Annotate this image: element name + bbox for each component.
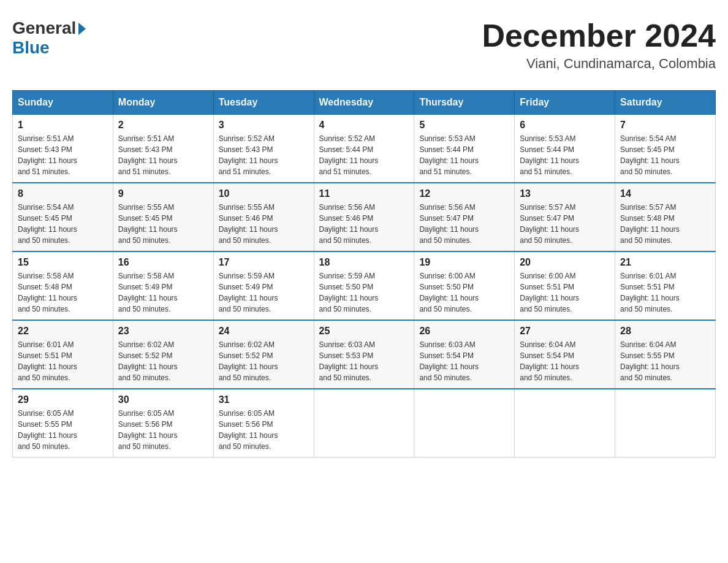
day-info: Sunrise: 5:57 AM Sunset: 5:47 PM Dayligh… [520, 202, 610, 246]
calendar-cell: 2 Sunrise: 5:51 AM Sunset: 5:43 PM Dayli… [113, 115, 213, 183]
location-subtitle: Viani, Cundinamarca, Colombia [482, 56, 716, 72]
day-info: Sunrise: 5:54 AM Sunset: 5:45 PM Dayligh… [18, 202, 108, 246]
day-number: 7 [620, 120, 710, 131]
day-info: Sunrise: 6:05 AM Sunset: 5:56 PM Dayligh… [118, 408, 208, 452]
day-info: Sunrise: 5:58 AM Sunset: 5:48 PM Dayligh… [18, 270, 108, 315]
page-header: General Blue December 2024 Viani, Cundin… [12, 12, 716, 78]
day-info: Sunrise: 6:05 AM Sunset: 5:55 PM Dayligh… [18, 408, 108, 452]
day-info: Sunrise: 5:58 AM Sunset: 5:49 PM Dayligh… [118, 270, 208, 315]
day-number: 12 [419, 188, 509, 199]
day-number: 22 [18, 326, 108, 337]
calendar-table: SundayMondayTuesdayWednesdayThursdayFrid… [12, 90, 716, 458]
calendar-cell: 21 Sunrise: 6:01 AM Sunset: 5:51 PM Dayl… [615, 251, 716, 320]
logo: General Blue [12, 18, 86, 58]
day-number: 21 [620, 257, 710, 268]
day-info: Sunrise: 5:53 AM Sunset: 5:44 PM Dayligh… [520, 133, 610, 177]
calendar-cell: 3 Sunrise: 5:52 AM Sunset: 5:43 PM Dayli… [213, 115, 314, 183]
calendar-cell: 24 Sunrise: 6:02 AM Sunset: 5:52 PM Dayl… [213, 320, 314, 389]
calendar-cell [615, 389, 716, 458]
calendar-cell: 25 Sunrise: 6:03 AM Sunset: 5:53 PM Dayl… [314, 320, 414, 389]
day-info: Sunrise: 5:56 AM Sunset: 5:47 PM Dayligh… [419, 202, 509, 246]
day-info: Sunrise: 5:59 AM Sunset: 5:49 PM Dayligh… [219, 270, 309, 315]
calendar-cell: 8 Sunrise: 5:54 AM Sunset: 5:45 PM Dayli… [13, 183, 113, 251]
day-number: 5 [419, 120, 509, 131]
day-info: Sunrise: 6:05 AM Sunset: 5:56 PM Dayligh… [219, 408, 309, 452]
day-info: Sunrise: 6:03 AM Sunset: 5:53 PM Dayligh… [319, 339, 409, 383]
logo-blue-text: Blue [12, 38, 50, 58]
calendar-cell: 27 Sunrise: 6:04 AM Sunset: 5:54 PM Dayl… [515, 320, 615, 389]
calendar-week-row: 29 Sunrise: 6:05 AM Sunset: 5:55 PM Dayl… [13, 389, 716, 458]
title-section: December 2024 Viani, Cundinamarca, Colom… [482, 18, 716, 72]
day-number: 18 [319, 257, 409, 268]
calendar-cell: 13 Sunrise: 5:57 AM Sunset: 5:47 PM Dayl… [515, 183, 615, 251]
col-header-thursday: Thursday [414, 91, 515, 115]
calendar-cell: 4 Sunrise: 5:52 AM Sunset: 5:44 PM Dayli… [314, 115, 414, 183]
day-number: 31 [219, 394, 309, 405]
calendar-week-row: 15 Sunrise: 5:58 AM Sunset: 5:48 PM Dayl… [13, 251, 716, 320]
day-info: Sunrise: 5:51 AM Sunset: 5:43 PM Dayligh… [118, 133, 208, 177]
calendar-header-row: SundayMondayTuesdayWednesdayThursdayFrid… [13, 91, 716, 115]
col-header-tuesday: Tuesday [213, 91, 314, 115]
day-number: 1 [18, 120, 108, 131]
day-info: Sunrise: 6:00 AM Sunset: 5:51 PM Dayligh… [520, 270, 610, 315]
calendar-cell: 15 Sunrise: 5:58 AM Sunset: 5:48 PM Dayl… [13, 251, 113, 320]
day-number: 6 [520, 120, 610, 131]
day-number: 11 [319, 188, 409, 199]
day-info: Sunrise: 6:02 AM Sunset: 5:52 PM Dayligh… [219, 339, 309, 383]
month-title: December 2024 [482, 18, 716, 53]
day-number: 30 [118, 394, 208, 405]
day-info: Sunrise: 5:53 AM Sunset: 5:44 PM Dayligh… [419, 133, 509, 177]
day-number: 3 [219, 120, 309, 131]
day-info: Sunrise: 5:59 AM Sunset: 5:50 PM Dayligh… [319, 270, 409, 315]
day-info: Sunrise: 6:04 AM Sunset: 5:55 PM Dayligh… [620, 339, 710, 383]
calendar-cell: 14 Sunrise: 5:57 AM Sunset: 5:48 PM Dayl… [615, 183, 716, 251]
day-number: 15 [18, 257, 108, 268]
day-number: 25 [319, 326, 409, 337]
calendar-cell: 7 Sunrise: 5:54 AM Sunset: 5:45 PM Dayli… [615, 115, 716, 183]
calendar-cell: 10 Sunrise: 5:55 AM Sunset: 5:46 PM Dayl… [213, 183, 314, 251]
calendar-cell: 28 Sunrise: 6:04 AM Sunset: 5:55 PM Dayl… [615, 320, 716, 389]
calendar-cell: 23 Sunrise: 6:02 AM Sunset: 5:52 PM Dayl… [113, 320, 213, 389]
calendar-week-row: 22 Sunrise: 6:01 AM Sunset: 5:51 PM Dayl… [13, 320, 716, 389]
day-number: 24 [219, 326, 309, 337]
col-header-sunday: Sunday [13, 91, 113, 115]
day-number: 26 [419, 326, 509, 337]
calendar-cell: 19 Sunrise: 6:00 AM Sunset: 5:50 PM Dayl… [414, 251, 515, 320]
day-number: 23 [118, 326, 208, 337]
calendar-week-row: 8 Sunrise: 5:54 AM Sunset: 5:45 PM Dayli… [13, 183, 716, 251]
day-info: Sunrise: 6:03 AM Sunset: 5:54 PM Dayligh… [419, 339, 509, 383]
calendar-cell [314, 389, 414, 458]
day-number: 19 [419, 257, 509, 268]
day-number: 20 [520, 257, 610, 268]
day-info: Sunrise: 5:54 AM Sunset: 5:45 PM Dayligh… [620, 133, 710, 177]
day-info: Sunrise: 5:52 AM Sunset: 5:44 PM Dayligh… [319, 133, 409, 177]
calendar-cell: 12 Sunrise: 5:56 AM Sunset: 5:47 PM Dayl… [414, 183, 515, 251]
day-number: 28 [620, 326, 710, 337]
day-number: 29 [18, 394, 108, 405]
calendar-cell: 29 Sunrise: 6:05 AM Sunset: 5:55 PM Dayl… [13, 389, 113, 458]
calendar-cell: 11 Sunrise: 5:56 AM Sunset: 5:46 PM Dayl… [314, 183, 414, 251]
day-info: Sunrise: 6:02 AM Sunset: 5:52 PM Dayligh… [118, 339, 208, 383]
day-info: Sunrise: 5:57 AM Sunset: 5:48 PM Dayligh… [620, 202, 710, 246]
day-info: Sunrise: 6:00 AM Sunset: 5:50 PM Dayligh… [419, 270, 509, 315]
calendar-cell: 18 Sunrise: 5:59 AM Sunset: 5:50 PM Dayl… [314, 251, 414, 320]
calendar-cell: 26 Sunrise: 6:03 AM Sunset: 5:54 PM Dayl… [414, 320, 515, 389]
col-header-saturday: Saturday [615, 91, 716, 115]
col-header-monday: Monday [113, 91, 213, 115]
day-number: 17 [219, 257, 309, 268]
day-info: Sunrise: 6:01 AM Sunset: 5:51 PM Dayligh… [620, 270, 710, 315]
calendar-cell: 22 Sunrise: 6:01 AM Sunset: 5:51 PM Dayl… [13, 320, 113, 389]
day-number: 16 [118, 257, 208, 268]
day-info: Sunrise: 5:55 AM Sunset: 5:45 PM Dayligh… [118, 202, 208, 246]
day-number: 4 [319, 120, 409, 131]
day-number: 2 [118, 120, 208, 131]
calendar-cell [515, 389, 615, 458]
col-header-wednesday: Wednesday [314, 91, 414, 115]
logo-general-text: General [12, 18, 76, 38]
day-number: 10 [219, 188, 309, 199]
calendar-cell: 17 Sunrise: 5:59 AM Sunset: 5:49 PM Dayl… [213, 251, 314, 320]
day-info: Sunrise: 6:04 AM Sunset: 5:54 PM Dayligh… [520, 339, 610, 383]
day-info: Sunrise: 5:51 AM Sunset: 5:43 PM Dayligh… [18, 133, 108, 177]
calendar-week-row: 1 Sunrise: 5:51 AM Sunset: 5:43 PM Dayli… [13, 115, 716, 183]
day-info: Sunrise: 5:52 AM Sunset: 5:43 PM Dayligh… [219, 133, 309, 177]
